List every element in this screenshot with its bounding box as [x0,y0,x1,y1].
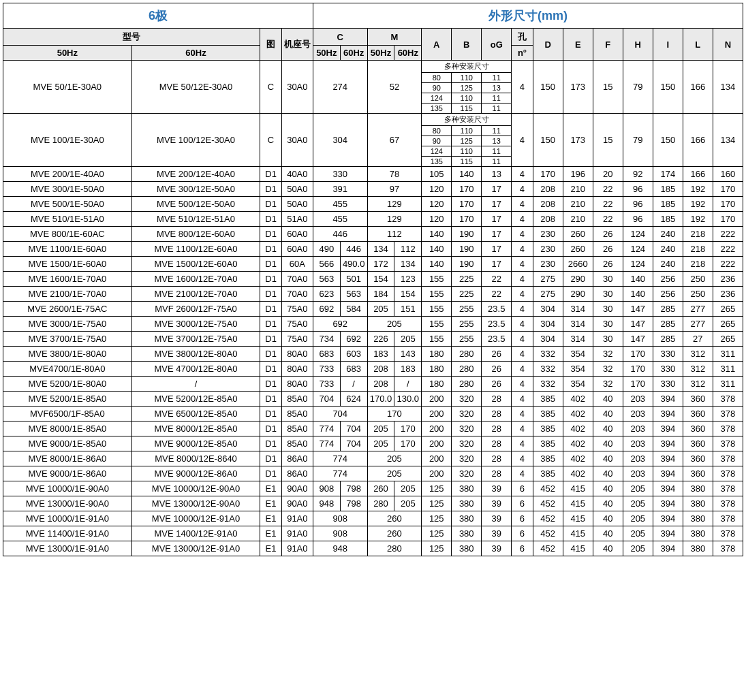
cell-og: 39 [482,481,512,496]
cell-hole: 4 [512,392,533,407]
cell-model-60hz: MVE 50/12E-30A0 [131,61,260,114]
cell-c-60hz: 501 [340,272,367,287]
cell-a: 200 [422,436,452,451]
cell-m-60hz: 130.0 [394,392,422,407]
cell-l: 380 [683,496,713,511]
cell-n: 378 [713,392,743,407]
cell-l: 312 [683,347,713,362]
cell-c-50hz: 733 [313,362,340,377]
cell-d: 150 [533,61,563,114]
cell-i: 150 [653,61,683,114]
cell-i: 394 [653,481,683,496]
cell-m: 67 [367,114,422,167]
cell-h: 205 [623,496,653,511]
header-h: H [623,29,653,61]
cell-frame: 80A0 [281,362,313,377]
cell-hole: 4 [512,114,533,167]
cell-b: 380 [452,511,482,526]
cell-h: 205 [623,526,653,541]
cell-d: 332 [533,347,563,362]
cell-h: 147 [623,317,653,332]
cell-b: 280 [452,347,482,362]
cell-model-50hz: MVE 300/1E-50A0 [3,182,132,197]
cell-model-60hz: MVE 6500/12E-85A0 [131,407,260,421]
cell-hole: 4 [512,227,533,242]
cell-i: 240 [653,227,683,242]
cell-m: 205 [367,466,422,481]
cell-a: 155 [422,302,452,317]
cell-c-50hz: 908 [313,481,340,496]
cell-a: 200 [422,407,452,421]
header-m-60hz: 60Hz [394,46,422,61]
cell-model-60hz: MVE 8000/12E-8640 [131,451,260,466]
table-row: MVE 100/1E-30A0MVE 100/12E-30A0C30A03046… [3,114,743,167]
cell-frame: 60A0 [281,242,313,257]
cell-figure: D1 [260,451,281,466]
header-n: N [713,29,743,61]
cell-f: 40 [593,541,623,556]
cell-m-50hz: 208 [367,377,394,392]
cell-b: 380 [452,496,482,511]
cell-model-50hz: MVE 1500/1E-60A0 [3,257,132,272]
cell-c-60hz: 446 [340,242,367,257]
cell-figure: D1 [260,466,281,481]
cell-f: 40 [593,407,623,421]
cell-f: 40 [593,451,623,466]
cell-e: 314 [563,332,593,347]
cell-h: 203 [623,466,653,481]
cell-m-50hz: 226 [367,332,394,347]
cell-model-60hz: MVE 3800/12E-80A0 [131,347,260,362]
table-row: MVE 3000/1E-75A0MVE 3000/12E-75A0D175A06… [3,317,743,332]
cell-l: 250 [683,287,713,302]
cell-e: 314 [563,317,593,332]
cell-f: 22 [593,197,623,212]
cell-d: 208 [533,212,563,227]
cell-hole: 4 [512,317,533,332]
cell-c-60hz: 704 [340,436,367,451]
cell-model-50hz: MVE 500/1E-50A0 [3,197,132,212]
cell-m-60hz: 205 [394,496,422,511]
cell-n: 134 [713,61,743,114]
table-row: MVE 10000/1E-90A0MVE 10000/12E-90A0E190A… [3,481,743,496]
table-row: MVE 5200/1E-80A0/D180A0733/208/180280264… [3,377,743,392]
cell-l: 277 [683,317,713,332]
cell-n: 236 [713,287,743,302]
multi-mount-value: 13 [482,83,512,93]
cell-l: 218 [683,257,713,272]
cell-frame: 85A0 [281,392,313,407]
cell-l: 218 [683,227,713,242]
cell-hole: 4 [512,212,533,227]
cell-model-60hz: MVE 1100/12E-60A0 [131,242,260,257]
cell-hole: 4 [512,421,533,436]
cell-i: 394 [653,392,683,407]
cell-frame: 30A0 [281,61,313,114]
cell-figure: D1 [260,407,281,421]
cell-a: 180 [422,347,452,362]
cell-a: 155 [422,272,452,287]
cell-l: 27 [683,332,713,347]
cell-n: 311 [713,347,743,362]
cell-c: 391 [313,182,367,197]
cell-og: 17 [482,257,512,272]
cell-e: 196 [563,167,593,182]
cell-e: 402 [563,407,593,421]
cell-d: 208 [533,197,563,212]
cell-b: 280 [452,362,482,377]
cell-m-50hz: 154 [367,272,394,287]
cell-og: 28 [482,466,512,481]
multi-mount-value: 80 [422,73,452,83]
cell-c-50hz: 774 [313,421,340,436]
cell-frame: 90A0 [281,496,313,511]
cell-hole: 4 [512,287,533,302]
cell-e: 402 [563,466,593,481]
cell-c-50hz: 683 [313,347,340,362]
cell-h: 96 [623,182,653,197]
header-m-50hz: 50Hz [367,46,394,61]
cell-model-50hz: MVE 5200/1E-85A0 [3,392,132,407]
header-frame: 机座号 [281,29,313,61]
cell-figure: C [260,114,281,167]
cell-figure: D1 [260,287,281,302]
table-row: MVE 8000/1E-86A0MVE 8000/12E-8640D186A07… [3,451,743,466]
cell-c: 304 [313,114,367,167]
cell-e: 415 [563,511,593,526]
